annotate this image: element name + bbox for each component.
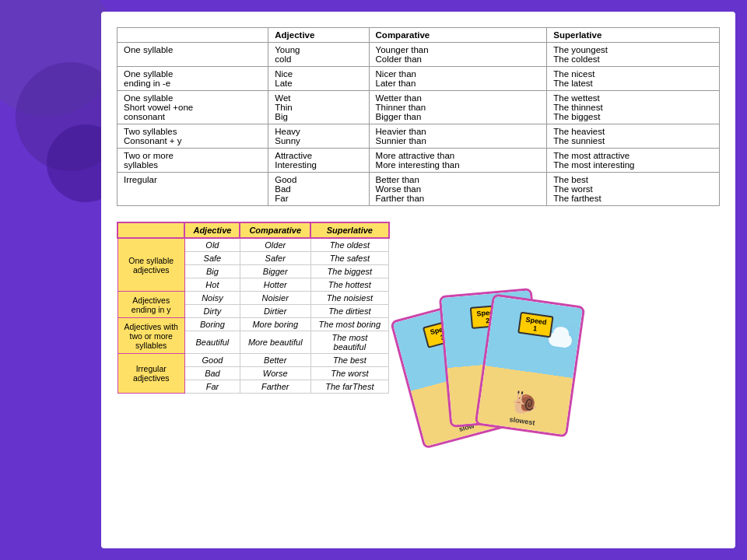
- second-col-header-empty: [117, 222, 184, 238]
- bottom-section: Adjective Comparative Superlative One sy…: [101, 214, 735, 455]
- comp-cell: Better: [240, 354, 310, 367]
- category-ending-y: Adjectivesending in y: [117, 292, 184, 318]
- category-one-syllable: One syllableadjectives: [117, 238, 184, 292]
- category-cell: One syllableShort vowel +oneconsonant: [117, 91, 268, 124]
- superlative-cell: The nicestThe latest: [547, 67, 720, 91]
- table-row: Two or moresyllables AttractiveInteresti…: [117, 149, 720, 173]
- word-cell: Safe: [184, 252, 240, 265]
- comp-cell: More boring: [240, 318, 310, 331]
- super-cell: The noisiest: [310, 292, 388, 305]
- comparative-cell: Wetter thanThinner thanBigger than: [369, 91, 547, 124]
- adjective-cell: HeavySunny: [268, 124, 369, 149]
- superlative-cell: The most attractiveThe most interesting: [547, 149, 720, 173]
- top-grammar-table: Adjective Comparative Superlative One sy…: [117, 27, 720, 206]
- category-irregular: Irregularadjectives: [117, 354, 184, 394]
- comp-cell: Hotter: [240, 278, 310, 292]
- super-cell: The most boring: [310, 318, 388, 331]
- card-label-slowest: slowest: [509, 415, 535, 426]
- super-cell: The worst: [310, 367, 388, 380]
- table-row: Adjectives withtwo or moresyllables Bori…: [117, 318, 389, 331]
- word-cell: Far: [184, 380, 240, 394]
- word-cell: Good: [184, 354, 240, 367]
- col-header-category: [117, 28, 268, 43]
- comparative-cell: Better thanWorse thanFarther than: [369, 173, 547, 206]
- top-table-container: Adjective Comparative Superlative One sy…: [101, 12, 735, 214]
- category-cell: Two or moresyllables: [117, 149, 268, 173]
- col-header-comparative: Comparative: [369, 28, 547, 43]
- second-col-header-superlative: Superlative: [310, 222, 388, 238]
- comp-cell: Dirtier: [240, 305, 310, 318]
- comparative-cell: More attractive thanMore interesting tha…: [369, 149, 547, 173]
- speed-card-slowest: Speed1 🐌 slowest: [474, 293, 584, 437]
- comp-cell: Farther: [240, 380, 310, 394]
- category-cell: Two syllablesConsonant + y: [117, 124, 268, 149]
- category-two-syllables: Adjectives withtwo or moresyllables: [117, 318, 184, 354]
- col-header-superlative: Superlative: [547, 28, 720, 43]
- cards-area: Speed3 🐢 slow Speed2 🐷 slower Speed1: [398, 229, 569, 447]
- comp-cell: Noisier: [240, 292, 310, 305]
- word-cell: Hot: [184, 278, 240, 292]
- comparative-cell: Nicer thanLater than: [369, 67, 547, 91]
- superlative-cell: The wettestThe thinnestThe biggest: [547, 91, 720, 124]
- category-cell: One syllableending in -e: [117, 67, 268, 91]
- super-cell: The mostbeautiful: [310, 331, 388, 354]
- super-cell: The biggest: [310, 265, 388, 278]
- second-table-container: Adjective Comparative Superlative One sy…: [117, 222, 390, 447]
- comp-cell: Worse: [240, 367, 310, 380]
- word-cell: Big: [184, 265, 240, 278]
- superlative-cell: The youngestThe coldest: [547, 43, 720, 67]
- super-cell: The farThest: [310, 380, 388, 394]
- word-cell: Boring: [184, 318, 240, 331]
- table-row: Adjectivesending in y Noisy Noisier The …: [117, 292, 389, 305]
- word-cell: Bad: [184, 367, 240, 380]
- superlative-cell: The bestThe worstThe farthest: [547, 173, 720, 206]
- word-cell: Beautiful: [184, 331, 240, 354]
- table-row: One syllableending in -e NiceLate Nicer …: [117, 67, 720, 91]
- table-row: Irregularadjectives Good Better The best: [117, 354, 389, 367]
- table-row: Two syllablesConsonant + y HeavySunny He…: [117, 124, 720, 149]
- table-row: One syllableadjectives Old Older The old…: [117, 238, 389, 252]
- col-header-adjective: Adjective: [268, 28, 369, 43]
- comp-cell: Safer: [240, 252, 310, 265]
- category-cell: Irregular: [117, 173, 268, 206]
- second-col-header-comparative: Comparative: [240, 222, 310, 238]
- comparative-cell: Heavier thanSunnier than: [369, 124, 547, 149]
- content-area: Adjective Comparative Superlative One sy…: [101, 12, 735, 548]
- table-row: One syllable Youngcold Younger thanColde…: [117, 43, 720, 67]
- superlative-cell: The heaviestThe sunniest: [547, 124, 720, 149]
- second-grammar-table: Adjective Comparative Superlative One sy…: [117, 222, 390, 394]
- adjective-cell: NiceLate: [268, 67, 369, 91]
- super-cell: The hottest: [310, 278, 388, 292]
- word-cell: Noisy: [184, 292, 240, 305]
- comparative-cell: Younger thanColder than: [369, 43, 547, 67]
- table-row: Irregular GoodBadFar Better thanWorse th…: [117, 173, 720, 206]
- comp-cell: More beautiful: [240, 331, 310, 354]
- super-cell: The safest: [310, 252, 388, 265]
- adjective-cell: GoodBadFar: [268, 173, 369, 206]
- second-col-header-adjective: Adjective: [184, 222, 240, 238]
- super-cell: The oldest: [310, 238, 388, 252]
- super-cell: The dirtiest: [310, 305, 388, 318]
- adjective-cell: WetThinBig: [268, 91, 369, 124]
- comp-cell: Older: [240, 238, 310, 252]
- card-inner-slowest: Speed1 🐌 slowest: [477, 296, 583, 435]
- word-cell: Old: [184, 238, 240, 252]
- speed-sign-1: Speed1: [517, 312, 553, 338]
- comp-cell: Bigger: [240, 265, 310, 278]
- adjective-cell: Youngcold: [268, 43, 369, 67]
- category-cell: One syllable: [117, 43, 268, 67]
- word-cell: Dirty: [184, 305, 240, 318]
- adjective-cell: AttractiveInteresting: [268, 149, 369, 173]
- snail-icon: 🐌: [509, 388, 539, 418]
- table-row: One syllableShort vowel +oneconsonant We…: [117, 91, 720, 124]
- super-cell: The best: [310, 354, 388, 367]
